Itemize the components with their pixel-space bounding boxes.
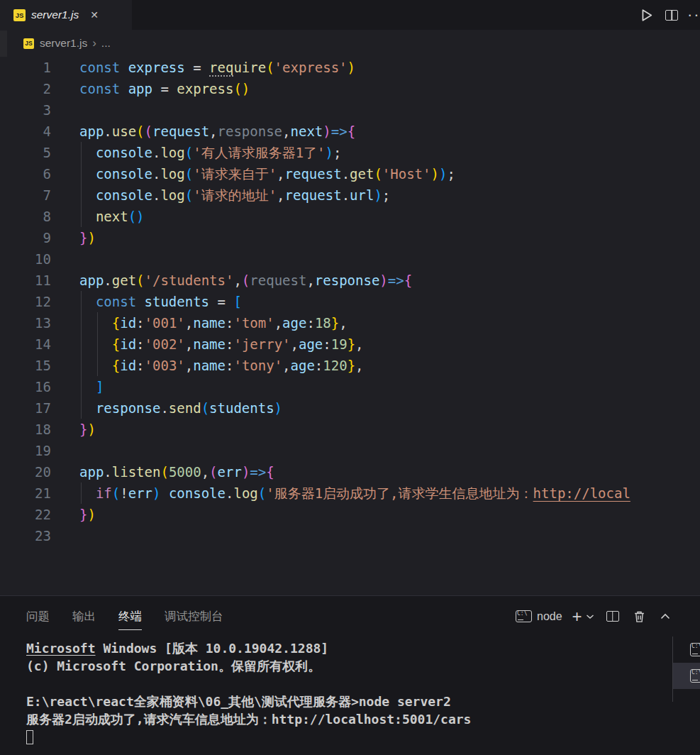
code-line[interactable]: 8 next() <box>0 206 700 227</box>
code-token: get <box>112 272 136 288</box>
line-number: 5 <box>0 142 51 163</box>
line-number: 2 <box>0 78 51 99</box>
close-tab-icon[interactable]: ✕ <box>90 9 99 21</box>
code-token <box>79 358 112 373</box>
panel-tab[interactable]: 问题 <box>26 596 50 636</box>
code-line[interactable]: 18}) <box>0 419 700 440</box>
code-line[interactable]: 10 <box>0 248 700 270</box>
code-token: ( <box>136 272 144 288</box>
tab-server1-js[interactable]: JS server1.js ✕ <box>0 0 132 30</box>
code-token: [ <box>233 294 241 309</box>
code-line[interactable]: 16 ] <box>0 376 700 397</box>
code-line[interactable]: 14 {id:'002',name:'jerry',age:19}, <box>0 334 700 355</box>
panel-tab[interactable]: 调试控制台 <box>165 596 223 636</box>
code-token: ; <box>333 145 341 160</box>
code-line[interactable]: 11app.get('/students',(request,response)… <box>0 270 700 291</box>
run-button[interactable] <box>637 6 656 25</box>
code-token: '002' <box>145 336 185 352</box>
code-line[interactable]: 6 console.log('请求来自于',request.get('Host'… <box>0 163 700 184</box>
split-terminal-button[interactable] <box>606 611 619 622</box>
code-token <box>120 81 128 97</box>
code-token: req <box>209 60 233 77</box>
code-token: ) <box>274 400 282 416</box>
code-editor[interactable]: 1const express = require('express')2cons… <box>0 57 700 595</box>
code-token: . <box>342 187 350 203</box>
code-token: '001' <box>145 315 185 331</box>
terminal-tab-item[interactable]: C:\ <box>673 663 700 689</box>
code-token: , <box>185 315 193 331</box>
split-editor-button[interactable] <box>665 10 678 21</box>
code-token: age <box>291 358 315 373</box>
code-token: { <box>112 336 120 352</box>
code-token: next <box>96 209 128 224</box>
code-line[interactable]: 2const app = express() <box>0 78 700 99</box>
terminal-tab-item[interactable]: C:\ <box>673 636 700 663</box>
code-line[interactable]: 19 <box>0 440 700 461</box>
more-actions-button[interactable]: ··· <box>687 0 700 30</box>
kill-terminal-button[interactable] <box>633 610 645 623</box>
code-line[interactable]: 15 {id:'003',name:'tony',age:120}, <box>0 355 700 376</box>
code-line[interactable]: 5 console.log('有人请求服务器1了'); <box>0 142 700 163</box>
code-line[interactable]: 23 <box>0 525 700 546</box>
terminal-shell-label[interactable]: node <box>537 610 562 623</box>
terminal-shell-icon: C:\ <box>690 669 700 683</box>
line-number: 6 <box>0 163 51 184</box>
code-token: . <box>160 400 168 416</box>
code-token: Windows [版本 10.0.19042.1288] <box>96 641 329 656</box>
terminal[interactable]: Microsoft Windows [版本 10.0.19042.1288](c… <box>0 636 700 755</box>
code-token: console <box>169 485 226 501</box>
line-number: 21 <box>0 483 51 504</box>
code-token: express <box>177 81 233 97</box>
code-line[interactable]: 13 {id:'001',name:'tom',age:18}, <box>0 312 700 334</box>
code-token <box>79 294 96 309</box>
code-token: app <box>79 123 104 139</box>
code-token: err <box>218 464 242 480</box>
code-token <box>79 379 96 395</box>
code-token: if <box>96 485 112 501</box>
code-token: . <box>104 272 111 288</box>
panel-tabs: 问题输出终端调试控制台 <box>26 596 223 636</box>
code-line[interactable]: 1const express = require('express') <box>0 57 700 78</box>
code-token: : <box>323 336 330 352</box>
code-lines: 1const express = require('express')2cons… <box>0 57 700 546</box>
code-token: , <box>274 315 282 331</box>
terminal-line: 服务器2启动成功了,请求汽车信息地址为：http://localhost:500… <box>26 710 700 728</box>
code-token: { <box>112 315 120 331</box>
code-token: ( <box>209 464 217 480</box>
code-token: : <box>226 336 233 352</box>
new-terminal-button[interactable]: + <box>572 607 582 627</box>
code-token: ( <box>185 145 193 160</box>
code-line[interactable]: 4app.use((request,response,next)=>{ <box>0 121 700 142</box>
tab-bar: JS server1.js ✕ ··· <box>0 0 700 30</box>
line-number: 14 <box>0 334 51 355</box>
panel-tab[interactable]: 输出 <box>72 596 96 636</box>
code-line[interactable]: 22}) <box>0 504 700 525</box>
breadcrumb-symbol[interactable]: ... <box>101 37 111 50</box>
code-token: err <box>128 485 152 501</box>
code-line[interactable]: 17 response.send(students) <box>0 397 700 419</box>
chevron-down-icon[interactable] <box>586 614 594 619</box>
code-token: 'jerry' <box>233 336 290 352</box>
maximize-panel-button[interactable] <box>660 613 670 619</box>
code-line[interactable]: 9}) <box>0 227 700 248</box>
code-token: , <box>355 358 363 373</box>
line-number: 19 <box>0 440 51 461</box>
code-token: = <box>185 60 209 75</box>
code-token: , <box>185 358 193 373</box>
code-line[interactable]: 7 console.log('请求的地址',request.url); <box>0 184 700 206</box>
line-number: 10 <box>0 248 51 270</box>
code-token: ; <box>382 187 390 203</box>
code-token: E:\react\react全家桶资料\06_其他\测试代理服务器>node s… <box>26 694 451 709</box>
breadcrumb-file[interactable]: server1.js <box>40 37 87 50</box>
code-line[interactable]: 20app.listen(5000,(err)=>{ <box>0 461 700 483</box>
terminal-output: Microsoft Windows [版本 10.0.19042.1288](c… <box>26 639 700 746</box>
code-token: express <box>128 60 185 75</box>
code-token: , <box>339 315 347 331</box>
code-line[interactable]: 3 <box>0 99 700 121</box>
code-token: . <box>152 166 160 182</box>
panel-tab[interactable]: 终端 <box>118 596 142 636</box>
code-line[interactable]: 21 if(!err) console.log('服务器1启动成功了,请求学生信… <box>0 483 700 504</box>
code-token <box>136 294 144 309</box>
code-line[interactable]: 12 const students = [ <box>0 291 700 312</box>
code-token: : <box>136 315 144 331</box>
